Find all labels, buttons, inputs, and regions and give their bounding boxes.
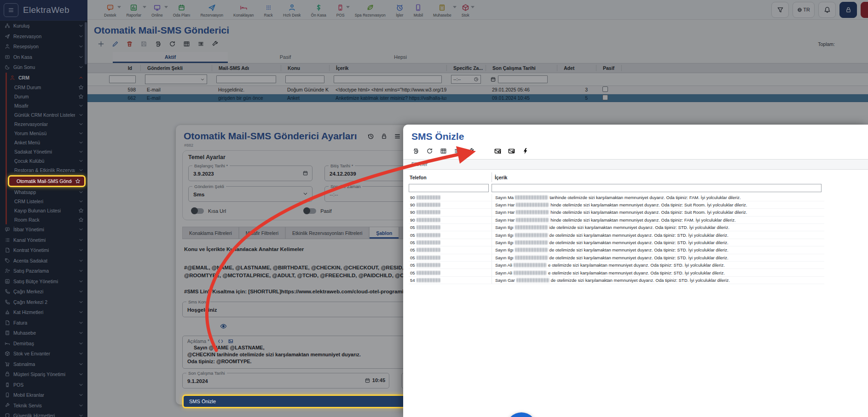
sidebar-item-on-kasa[interactable]: On Kasa (0, 52, 87, 63)
sidebar-item-demirba-[interactable]: Demirbaş (0, 338, 87, 349)
sidebar-item-pos[interactable]: POS (0, 380, 87, 390)
notifications-button[interactable] (818, 2, 836, 18)
calendar-icon[interactable] (302, 170, 308, 176)
sms-preview-row[interactable]: 05Sayın Alie otelimizde sizi karşılamakt… (409, 269, 824, 276)
sidebar-item-yorum-men-s-[interactable]: Yorum Menüsü (7, 129, 87, 138)
sidebar-item-anket-men-[interactable]: Anket Menü (7, 138, 87, 147)
logout-button[interactable] (861, 2, 868, 18)
icerik-filter-input[interactable] (492, 184, 822, 192)
topbar-item-online[interactable]: Online (148, 2, 167, 17)
table-row[interactable]: 662E-mailgirişden bir gün önceAnketAnket… (87, 94, 868, 103)
code-icon[interactable] (218, 338, 224, 344)
pencil-icon[interactable] (112, 40, 119, 47)
topbar-item-pos[interactable]: POS (333, 2, 348, 17)
topbar-item-rezervasyon[interactable]: Rezervasyon (197, 2, 227, 17)
calendar-icon[interactable] (365, 377, 370, 383)
last-run-field[interactable]: Son Çalışma Tarihi 9.1.2024 10:45 (182, 373, 389, 388)
mail-x-icon[interactable] (508, 148, 515, 154)
sidebar-item-g-nl-k-crm-kontrol-listeleri[interactable]: Günlük CRM Kontrol Listeleri (7, 110, 87, 120)
image-icon[interactable] (228, 338, 234, 344)
topbar-item-mobil[interactable]: Mobil (410, 2, 427, 17)
refresh-icon[interactable] (169, 40, 176, 47)
passive-toggle[interactable] (304, 208, 316, 214)
sidebar-item-durum[interactable]: Durum (7, 92, 87, 101)
sidebar-item-mobil-ekranlar[interactable]: Mobil Ekranlar (0, 390, 87, 400)
filter-button[interactable] (771, 2, 789, 18)
sidebar-item-kanal-y-netimi[interactable]: Kanal Yönetimi (0, 235, 87, 246)
history-icon[interactable] (367, 133, 374, 140)
topbar-item-oda-plan-[interactable]: Oda Planı (169, 2, 194, 17)
sidebar-item-kat-hizmetleri[interactable]: Kat Hizmetleri (0, 307, 87, 318)
refresh-icon[interactable] (426, 148, 433, 154)
calendar-icon[interactable] (490, 76, 496, 82)
icerik-filter-input[interactable] (334, 75, 442, 83)
menu-icon[interactable] (394, 133, 401, 140)
topbar-item-stok[interactable]: Stok (458, 2, 473, 17)
sms-preview-row[interactable]: 05Sayın Ilgıde otelimizde sizi karşılama… (409, 231, 824, 239)
detail-tab-konaklama-filtreleri[interactable]: Konaklama Filtreleri (182, 227, 239, 239)
wrench-icon[interactable] (468, 148, 475, 154)
sidebar-item-teknik-servis[interactable]: Teknik Servis (0, 400, 87, 411)
lock-icon[interactable] (381, 133, 388, 140)
trash-icon[interactable] (126, 40, 133, 47)
sidebar-item-room-rack[interactable]: Room Rack (7, 215, 87, 224)
short-url-toggle[interactable] (192, 208, 204, 214)
detail-tab-misafir-filtreleri[interactable]: Misafir Filtreleri (239, 227, 285, 239)
topbar-item--n-kasa[interactable]: Ön Kasa (307, 2, 330, 17)
specific-time-filter[interactable]: --:-- (451, 75, 481, 84)
printer-icon[interactable] (155, 40, 162, 47)
table-icon[interactable] (183, 40, 190, 47)
printer-icon[interactable] (412, 148, 419, 154)
sidebar-item-crm-durum[interactable]: CRM Durum (7, 83, 87, 92)
sms-preview-row[interactable]: 90Sayın Harhinde otelimizde sizi karşıla… (409, 201, 824, 209)
sms-preview-row[interactable]: 90Sayın Matarihinde otelimizde sizi karş… (409, 194, 824, 201)
topbar-item-muhasebe[interactable]: Muhasebe (429, 2, 455, 17)
sidebar-item-misafir[interactable]: Misafir (7, 101, 87, 110)
sms-preview-row[interactable]: 05Sayın Ilgıide otelimizde sizi karşılam… (409, 224, 824, 231)
sidebar-item-g-venlik-hizmetleri[interactable]: Güvenlik Hizmetleri (0, 411, 87, 417)
sidebar-item--a-r-merkezi[interactable]: Çağrı Merkezi (0, 286, 87, 297)
topbar-item-raporlar[interactable]: Raporlar (122, 2, 145, 17)
sidebar-item-sat-pazarlama[interactable]: Satış Pazarlama (0, 266, 87, 276)
sidebar-item-i-tibar-y-netimi[interactable]: İtibar Yönetimi (0, 224, 87, 235)
wrench-icon[interactable] (212, 40, 219, 47)
sidebar-item-acenta-sadakat[interactable]: Acenta Sadakat (0, 256, 87, 266)
sidebar-item-sat-nalma[interactable]: Satınalma (0, 359, 87, 370)
sidebar-item-crm-listeleri[interactable]: CRM Listeleri (7, 197, 87, 206)
filter-lines-icon[interactable] (454, 148, 461, 154)
sms-preview-row[interactable]: 54Sayın Garde otelimizde sizi karşılamak… (409, 277, 824, 284)
sidebar-collapse-button[interactable] (4, 3, 18, 17)
sidebar-item-kontrat-y-netimi[interactable]: Kontrat Yönetimi (0, 245, 87, 256)
sidebar-item-sadakat-y-netimi[interactable]: Sadakat Yönetimi (7, 147, 87, 156)
sidebar-item-stok-ve-envanter[interactable]: Stok ve Envanter (0, 348, 87, 359)
bolt-icon[interactable] (522, 148, 529, 154)
tab-hepsi[interactable]: Hepsi (343, 52, 458, 63)
sms-preview-row[interactable]: 05Sayın Ilgıde otelimizde sizi karşılama… (409, 239, 824, 246)
sidebar-scrollbar[interactable] (85, 22, 87, 64)
detail-tab--ablon[interactable]: Şablon (369, 227, 399, 239)
send-type-select[interactable]: Gönderim Şekli Sms (188, 186, 312, 202)
lock-button[interactable] (839, 2, 857, 18)
id-filter-input[interactable] (109, 75, 136, 83)
topbar-item-destek[interactable]: Destek (100, 2, 120, 17)
mail-search-icon[interactable] (494, 148, 501, 154)
sidebar-item-kay-p-bulunan-listesi[interactable]: Kayıp Bulunan Listesi (7, 206, 87, 215)
sekli-filter-select[interactable] (145, 74, 207, 84)
sidebar-item-whatsapp[interactable]: Whatsapp (7, 188, 87, 197)
tarih-filter-input[interactable] (498, 75, 548, 83)
topbar-item-rack[interactable]: Rack (260, 2, 277, 17)
detail-tab-etkinlik-rezervasyonlar-filtreleri[interactable]: Etkinlik Rezervasyonları Filtreleri (285, 227, 369, 239)
sidebar-item-rezervasyon[interactable]: Rezervasyon (0, 31, 87, 42)
sidebar-item-muhasebe[interactable]: Muhasebe (0, 328, 87, 338)
topbar-item-spa-rezervasyon[interactable]: Spa Rezervasyon (351, 2, 389, 17)
sidebar-item-rezervasyonlar[interactable]: Rezervasyonlar (7, 120, 87, 129)
sidebar-item-resepsiyon[interactable]: Resepsiyon (0, 41, 87, 52)
sidebar-item-m-teri-sipari-y-netimi[interactable]: Müşteri Sipariş Yönetimi (0, 369, 87, 380)
tab-aktif[interactable]: Aktif (113, 52, 228, 63)
start-date-field[interactable]: Başlangıç Tarihi * 3.9.2023 (188, 166, 312, 181)
filters-bar[interactable]: Filtreler (403, 159, 868, 170)
sidebar-item-kurulu-[interactable]: Kuruluş (0, 21, 87, 31)
language-button[interactable]: TR (793, 2, 815, 18)
pasif-checkbox[interactable] (602, 95, 608, 100)
topbar-item-konaklayan[interactable]: Konaklayan (230, 2, 257, 17)
